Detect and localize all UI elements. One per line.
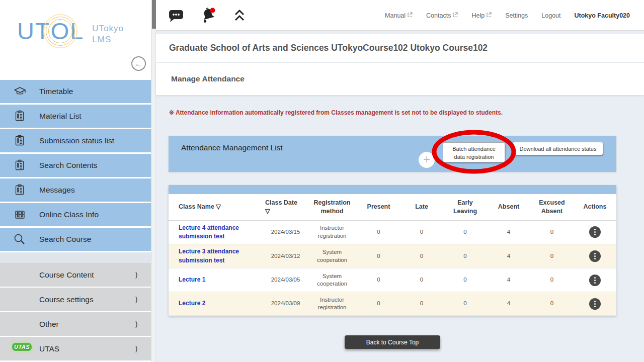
sidebar-item-label: Messages	[39, 186, 75, 195]
clipboard-icon	[0, 134, 39, 147]
scrollbar-thumb[interactable]	[152, 0, 156, 29]
back-to-course-top-button[interactable]: Back to Course Top	[345, 335, 440, 349]
class-name-cell: Lecture 3 attendance submission test	[169, 244, 264, 268]
page-title: Manage Attendance	[171, 74, 245, 83]
late-cell: 0	[400, 292, 443, 316]
excused-cell: 0	[530, 292, 574, 316]
page-header: Manage Attendance	[156, 63, 644, 95]
utas-logo-icon: UTAS	[12, 343, 32, 351]
kebab-menu-icon[interactable]	[589, 298, 601, 310]
sidebar-group-course-content[interactable]: Course Content⟩	[0, 263, 151, 287]
kebab-menu-icon[interactable]	[589, 275, 601, 286]
nav-link-manual[interactable]: Manual	[385, 12, 413, 19]
sidebar-item-material-list[interactable]: Material List	[0, 105, 151, 128]
sidebar-item-messages[interactable]: Messages	[0, 178, 151, 202]
date-cell: 2024/03/05	[264, 268, 307, 292]
attendance-table: Class Name ▽Class Date ▽Registration met…	[169, 185, 616, 316]
external-link-icon	[452, 12, 458, 19]
sidebar-item-submission-status-list[interactable]: Submission status list	[0, 129, 151, 152]
sidebar-item-label: Online Class Info	[39, 210, 99, 219]
actions-cell	[574, 268, 616, 292]
vertical-scrollbar[interactable]	[151, 0, 156, 362]
absent-cell: 4	[487, 268, 530, 292]
collapse-chevrons-icon[interactable]	[233, 9, 246, 22]
sortable-column-header[interactable]: Class Date ▽	[264, 194, 307, 220]
class-name-cell: Lecture 2	[169, 292, 264, 316]
sidebar-group-utas[interactable]: UTASUTAS⟩	[0, 337, 151, 360]
table-row: Lecture 12024/03/05System cooperation000…	[169, 268, 616, 292]
add-attendance-button[interactable]: +	[419, 152, 435, 168]
download-all-attendance-button[interactable]: Download all attendance status	[513, 142, 603, 155]
sidebar-item-label: Search Contents	[39, 161, 97, 170]
sidebar: UT O L UTokyo LMS ← TimetableMaterial Li…	[0, 0, 151, 362]
panel-title: Attendance Management List	[181, 143, 283, 152]
chevron-right-icon: ⟩	[135, 344, 138, 353]
class-name-link[interactable]: Lecture 1	[179, 276, 205, 284]
class-name-link[interactable]: Lecture 2	[179, 299, 205, 308]
topbar-nav: ManualContactsHelpSettingsLogoutUtokyo F…	[385, 0, 630, 31]
excused-cell: 0	[530, 244, 574, 268]
nav-link-contacts[interactable]: Contacts	[426, 12, 458, 19]
sortable-column-header[interactable]: Class Name ▽	[169, 194, 264, 220]
sidebar-collapse-button[interactable]: ←	[131, 56, 146, 71]
external-link-icon	[486, 12, 492, 19]
sidebar-item-online-class-info[interactable]: Online Class Info	[0, 203, 151, 226]
sidebar-item-label: Material List	[39, 112, 82, 121]
search-icon	[0, 232, 39, 246]
kebab-menu-icon[interactable]	[589, 250, 601, 262]
table-header-row: Class Name ▽Class Date ▽Registration met…	[169, 194, 616, 220]
late-cell: 0	[400, 244, 443, 268]
early-cell: 0	[443, 244, 487, 268]
nav-link-label: Settings	[505, 12, 528, 19]
kebab-menu-icon[interactable]	[589, 226, 601, 238]
clipboard-icon	[0, 184, 39, 197]
excused-cell: 0	[530, 268, 574, 292]
sidebar-group-label: UTAS	[39, 344, 59, 353]
batch-attendance-registration-button[interactable]: Batch attendance data registration	[443, 142, 505, 162]
sidebar-item-timetable[interactable]: Timetable	[0, 80, 151, 103]
date-cell: 2024/03/12	[264, 244, 307, 268]
early-cell: 0	[443, 268, 487, 292]
chat-icon[interactable]	[168, 9, 184, 23]
sidebar-divider	[0, 252, 151, 263]
sidebar-group-label: Course settings	[39, 295, 94, 304]
present-cell: 0	[357, 292, 400, 316]
column-header: Excused Absent	[530, 194, 574, 220]
date-cell: 2024/03/15	[264, 220, 307, 244]
course-title: Graduate School of Arts and Sciences UTo…	[169, 43, 488, 53]
online-class-icon	[0, 208, 39, 221]
topbar-icons	[168, 0, 246, 31]
sidebar-group-course-settings[interactable]: Course settings⟩	[0, 288, 151, 311]
actions-cell	[574, 244, 616, 268]
sidebar-groups: Course Content⟩Course settings⟩Other⟩UTA…	[0, 263, 151, 360]
class-name-link[interactable]: Lecture 3 attendance submission test	[179, 247, 260, 265]
sidebar-group-other[interactable]: Other⟩	[0, 312, 151, 336]
actions-cell	[574, 220, 616, 244]
nav-link-settings[interactable]: Settings	[505, 12, 528, 19]
absent-cell: 4	[487, 244, 530, 268]
late-cell: 0	[400, 268, 443, 292]
sidebar-item-label: Submission status list	[39, 136, 114, 145]
chevron-right-icon: ⟩	[135, 295, 138, 304]
column-header: Absent	[487, 194, 530, 220]
clipboard-icon	[0, 110, 39, 123]
nav-link-help[interactable]: Help	[471, 12, 492, 19]
actions-cell	[574, 292, 616, 316]
nav-link-label: Help	[471, 12, 485, 19]
class-name-link[interactable]: Lecture 4 attendance submission test	[179, 224, 260, 241]
nav-link-logout[interactable]: Logout	[541, 12, 560, 19]
column-header: Actions	[574, 194, 616, 220]
course-header: Graduate School of Arts and Sciences UTo…	[156, 34, 644, 62]
notification-bell-icon[interactable]	[199, 7, 218, 24]
arrow-left-icon: ←	[135, 59, 143, 68]
class-name-cell: Lecture 4 attendance submission test	[169, 220, 264, 244]
plus-icon: +	[423, 152, 430, 166]
absent-cell: 4	[487, 292, 530, 316]
sidebar-item-search-contents[interactable]: Search Contents	[0, 154, 151, 177]
logo-text-l: L	[70, 19, 84, 43]
column-header: Present	[357, 194, 400, 220]
logo-text-ut: UT	[17, 19, 51, 43]
class-name-cell: Lecture 1	[169, 268, 264, 292]
chevron-right-icon: ⟩	[135, 320, 138, 329]
sidebar-item-search-course[interactable]: Search Course	[0, 228, 151, 251]
